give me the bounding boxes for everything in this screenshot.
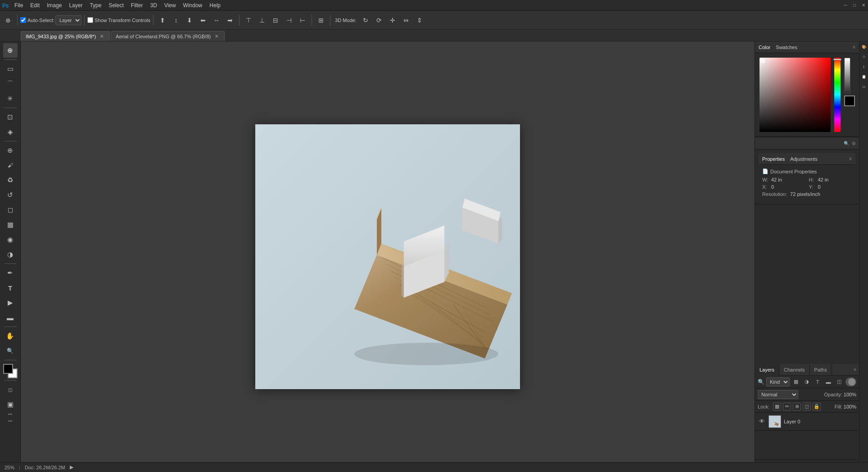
distribute-left-icon[interactable]: ⊣	[283, 14, 295, 27]
align-hcenter-icon[interactable]: ↔	[210, 14, 223, 27]
extra-tools[interactable]: •••	[8, 412, 12, 417]
brush-tool[interactable]: 🖌	[3, 158, 18, 172]
filter-smart-btn[interactable]: ◫	[835, 377, 844, 386]
filter-text-btn[interactable]: T	[813, 377, 822, 386]
filter-pixel-btn[interactable]: ▩	[791, 377, 800, 386]
menu-view[interactable]: View	[161, 0, 180, 11]
show-transform-checkbox[interactable]: Show Transform Controls	[87, 17, 150, 23]
quick-mask-tool[interactable]: ◫	[3, 382, 18, 397]
menu-window[interactable]: Window	[180, 0, 206, 11]
align-vcenter-icon[interactable]: ↕	[170, 14, 182, 27]
info-panel-icon[interactable]: ℹ	[860, 63, 868, 70]
menu-filter[interactable]: Filter	[127, 0, 147, 11]
spot-heal-tool[interactable]: ⊕	[3, 143, 18, 158]
crop-tool[interactable]: ⊡	[3, 110, 18, 124]
swatches-tab[interactable]: Swatches	[776, 45, 797, 50]
menu-type[interactable]: Type	[86, 0, 105, 11]
panel-search-icon[interactable]: 🔍	[843, 140, 850, 147]
lasso-tool[interactable]: ⌒	[3, 77, 18, 91]
layers-panel-icon2[interactable]: 🗂	[860, 83, 868, 90]
zoom-tool[interactable]: 🔍	[3, 344, 18, 358]
auto-align-icon[interactable]: ⊞	[315, 14, 327, 27]
3d-scale-icon[interactable]: ⇕	[413, 14, 426, 27]
paths-tab[interactable]: Paths	[810, 364, 832, 376]
eraser-tool[interactable]: ◻	[3, 203, 18, 217]
tab-aerial-cleveland[interactable]: Aerial of Cleveland.PNG @ 66.7% (RGB/8) …	[111, 31, 225, 41]
distribute-hcenter-icon[interactable]: ⊢	[296, 14, 309, 27]
layers-panel-collapse[interactable]: ≡	[851, 364, 859, 375]
layer-select[interactable]: Layer	[55, 15, 81, 25]
tool-dots[interactable]: •••	[8, 419, 12, 423]
filter-shape-btn[interactable]: ▬	[824, 377, 833, 386]
color-display[interactable]	[3, 364, 18, 378]
foreground-color[interactable]	[3, 364, 13, 374]
lock-all-btn[interactable]: 🔒	[813, 403, 821, 411]
color-tab[interactable]: Color	[759, 45, 770, 50]
color-panel-icon[interactable]: 🎨	[860, 43, 868, 50]
history-brush-tool[interactable]: ↺	[3, 188, 18, 202]
3d-slide-icon[interactable]: ⇔	[400, 14, 412, 27]
menu-file[interactable]: File	[11, 0, 27, 11]
distribute-vcenter-icon[interactable]: ⊥	[256, 14, 268, 27]
properties-tab[interactable]: Properties	[762, 156, 785, 162]
dodge-tool[interactable]: ◑	[3, 247, 18, 262]
close-button[interactable]: ✕	[859, 0, 868, 11]
rect-marquee-tool[interactable]: ▭	[3, 62, 18, 76]
lock-transparency-btn[interactable]: ▩	[773, 403, 781, 411]
hand-tool[interactable]: ✋	[3, 329, 18, 343]
blend-mode-select[interactable]: Normal	[758, 390, 798, 399]
channels-tab[interactable]: Channels	[779, 364, 809, 376]
status-arrow[interactable]: ▶	[70, 464, 73, 470]
shape-tool[interactable]: ▬	[3, 310, 18, 325]
show-transform-input[interactable]	[87, 17, 93, 23]
adjustments-tab[interactable]: Adjustments	[790, 156, 818, 162]
alpha-slider[interactable]	[844, 58, 850, 94]
hue-slider[interactable]	[834, 58, 841, 132]
properties-panel-collapse[interactable]: ≡	[849, 156, 852, 161]
lock-pixels-btn[interactable]: ✏	[783, 403, 791, 411]
color-panel-collapse[interactable]: ≡	[853, 45, 855, 50]
tab-img9433[interactable]: IMG_9433.jpg @ 25% (RGB/8*) ✕	[21, 31, 110, 41]
panel-settings-icon[interactable]: ⚙	[850, 140, 857, 147]
auto-select-input[interactable]	[20, 17, 26, 23]
3d-rotate-icon[interactable]: ↻	[359, 14, 372, 27]
filter-adjust-btn[interactable]: ◑	[802, 377, 811, 386]
screen-mode-tool[interactable]: ▣	[3, 397, 18, 412]
layers-filter-select[interactable]: Kind	[766, 377, 790, 386]
3d-pan-icon[interactable]: ✛	[386, 14, 399, 27]
align-right-icon[interactable]: ➡	[224, 14, 236, 27]
align-left-icon[interactable]: ⬅	[197, 14, 209, 27]
magic-wand-tool[interactable]: ✳	[3, 91, 18, 106]
menu-help[interactable]: Help	[206, 0, 224, 11]
maximize-button[interactable]: □	[850, 0, 859, 11]
3d-roll-icon[interactable]: ⟳	[373, 14, 385, 27]
path-select-tool[interactable]: ▶	[3, 295, 18, 310]
layer-visibility-0[interactable]: 👁	[758, 418, 766, 426]
text-tool[interactable]: T	[3, 281, 18, 295]
minimize-button[interactable]: ─	[841, 0, 850, 11]
distribute-bottom-icon[interactable]: ⊟	[269, 14, 282, 27]
distribute-top-icon[interactable]: ⊤	[242, 14, 255, 27]
menu-select[interactable]: Select	[105, 0, 127, 11]
lock-position-btn[interactable]: ⊕	[793, 403, 801, 411]
align-bottom-icon[interactable]: ⬇	[183, 14, 196, 27]
eyedropper-tool[interactable]: ◈	[3, 125, 18, 139]
history-panel-icon[interactable]: ⏱	[860, 53, 868, 60]
tab-aerial-cleveland-close[interactable]: ✕	[213, 33, 220, 40]
pen-tool[interactable]: ✒	[3, 266, 18, 280]
layers-tab[interactable]: Layers	[755, 364, 779, 376]
props-panel-icon[interactable]: 📋	[860, 73, 868, 80]
menu-3d[interactable]: 3D	[146, 0, 160, 11]
menu-edit[interactable]: Edit	[27, 0, 43, 11]
auto-select-checkbox[interactable]: Auto-Select:	[20, 17, 54, 23]
menu-image[interactable]: Image	[43, 0, 65, 11]
color-preview[interactable]	[844, 95, 855, 106]
gradient-tool[interactable]: ▦	[3, 218, 18, 232]
align-top-icon[interactable]: ⬆	[156, 14, 169, 27]
layer-item-0[interactable]: 👁 Layer 0	[755, 413, 859, 431]
move-tool[interactable]: ⊕	[3, 43, 18, 58]
menu-layer[interactable]: Layer	[65, 0, 86, 11]
clone-tool[interactable]: ♻	[3, 173, 18, 187]
color-gradient-picker[interactable]	[760, 58, 831, 132]
blur-tool[interactable]: ◉	[3, 232, 18, 247]
